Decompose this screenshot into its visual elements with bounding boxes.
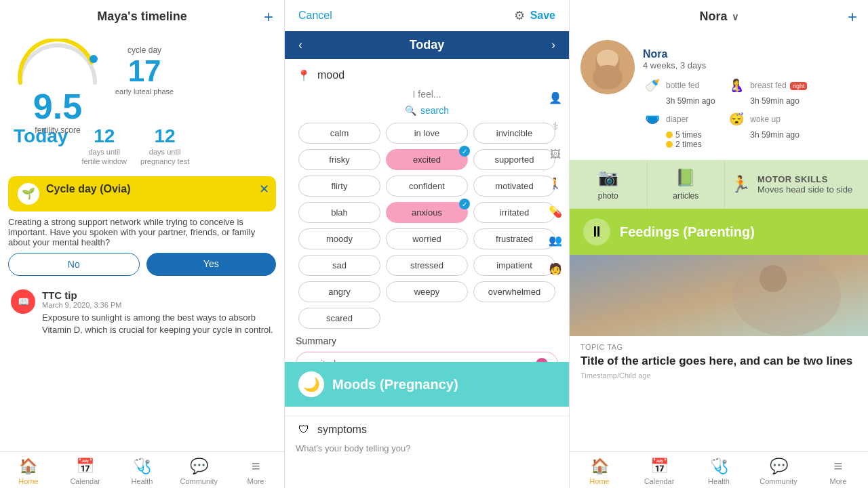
cycle-tip-yes-button[interactable]: Yes [146, 253, 277, 276]
right-more-icon: ≡ [834, 458, 843, 475]
baby-info-card: Nora 4 weeks, 3 days 🍼 bottle fed 3h 59m… [570, 33, 868, 156]
left-nav-more[interactable]: ≡ More [227, 452, 284, 488]
feedings-icon-glyph: ⏸ [589, 223, 604, 241]
right-nav-more[interactable]: ≡ More [808, 452, 868, 488]
ttc-tip-card: 📖 TTC tip March 9, 2020, 3:36 PM Exposur… [0, 283, 284, 343]
date-nav: ‹ Today › [285, 31, 569, 59]
ttc-title: TTC tip [42, 289, 273, 301]
mood-tag-frisky[interactable]: frisky [298, 149, 380, 170]
stats-row: 9.5 fertility score cycle day 17 early l… [0, 33, 284, 121]
bottle-fed-item: 🍼 bottle fed 3h 59min ago [643, 76, 723, 106]
svg-point-7 [760, 265, 787, 292]
right-title-text: Nora [699, 9, 727, 24]
diaper-label: diaper [666, 115, 688, 124]
topic-tag: TOPIC TAG [580, 343, 857, 351]
date-prev-button[interactable]: ‹ [298, 38, 302, 52]
right-nav-home[interactable]: 🏠 Home [570, 452, 629, 488]
article-title[interactable]: Title of the article goes here, and can … [580, 354, 857, 369]
right-nav-calendar[interactable]: 📅 Calendar [629, 452, 689, 488]
diaper-item: 🩲 diaper 5 times 2 times [643, 110, 723, 149]
fertility-score-container: 9.5 fertility score [14, 39, 102, 113]
mood-tag-moody[interactable]: moody [298, 228, 380, 249]
left-top-bar: Maya's timeline + [0, 0, 284, 33]
save-button[interactable]: Save [530, 9, 555, 22]
side-icon-people[interactable]: 👥 [546, 230, 565, 249]
date-next-button[interactable]: › [551, 38, 555, 52]
side-icon-walk[interactable]: 🚶 [546, 174, 565, 192]
more-icon: ≡ [252, 458, 260, 475]
feel-placeholder: I feel... [296, 89, 558, 100]
diaper-dirty-row: 2 times [666, 140, 702, 149]
cycle-day-number: 17 [115, 56, 174, 86]
mood-header: 📍 mood [296, 67, 558, 83]
left-nav-calendar[interactable]: 📅 Calendar [57, 452, 114, 488]
feedings-icon: ⏸ [583, 218, 610, 245]
mood-tag-supported[interactable]: supported [473, 149, 555, 170]
mood-tag-scared[interactable]: scared [298, 308, 380, 329]
side-icon-image[interactable]: 🖼 [546, 145, 565, 164]
date-title: Today [410, 38, 445, 52]
baby-avatar [580, 40, 635, 94]
mood-tag-stressed[interactable]: stressed [386, 255, 468, 276]
motor-skills-tile[interactable]: 🏃 MOTOR SKILLS Moves head side to side [725, 160, 868, 209]
left-add-button[interactable]: + [264, 7, 273, 26]
camera-icon: 📷 [598, 168, 618, 187]
calendar-icon: 📅 [76, 458, 94, 475]
left-nav-community[interactable]: 💬 Community [170, 452, 227, 488]
left-nav-home-label: Home [18, 477, 38, 485]
chevron-down-icon[interactable]: ∨ [732, 12, 738, 22]
right-add-button[interactable]: + [848, 7, 857, 26]
breast-fed-value: 3h 59min ago [727, 96, 800, 106]
mood-tag-in-love[interactable]: in love [386, 123, 468, 144]
right-nav-health[interactable]: 🩺 Health [689, 452, 749, 488]
articles-tile[interactable]: 📗 articles [648, 160, 726, 209]
side-icons: 👤 ⚕ 🖼 🚶 💊 👥 🧑 [546, 88, 565, 278]
mood-tag-blah[interactable]: blah [298, 202, 380, 223]
mood-tag-invincible[interactable]: invincible [473, 123, 555, 144]
left-nav-health[interactable]: 🩺 Health [114, 452, 171, 488]
mood-tag-impatient[interactable]: impatient [473, 255, 555, 276]
photo-tile[interactable]: 📷 photo [570, 160, 648, 209]
mood-tag-anxious[interactable]: anxious ✓ [386, 202, 468, 223]
mood-tag-excited[interactable]: excited ✓ [386, 149, 468, 170]
mood-tag-angry[interactable]: angry [298, 281, 380, 302]
save-area: ⚙ Save [514, 8, 555, 23]
fertility-arc-svg [14, 39, 102, 86]
mood-tag-flirty[interactable]: flirty [298, 176, 380, 197]
cycle-tip-no-button[interactable]: No [8, 253, 140, 276]
baby-name: Nora [643, 48, 807, 60]
days-fertile-label: days untilfertile window [81, 147, 127, 167]
settings-icon[interactable]: ⚙ [514, 8, 525, 23]
mood-tag-frustrated[interactable]: frustrated [473, 228, 555, 249]
side-icon-medical[interactable]: ⚕ [546, 117, 565, 136]
photo-label: photo [598, 191, 618, 201]
right-badge: right [790, 82, 808, 90]
mood-tag-motivated[interactable]: motivated [473, 176, 555, 197]
mood-search-bar[interactable]: 🔍 search [296, 105, 558, 116]
mood-tag-irritated[interactable]: irritated [473, 202, 555, 223]
side-icon-head[interactable]: 👤 [546, 88, 565, 107]
articles-icon: 📗 [675, 168, 696, 187]
cycle-tip-close-button[interactable]: ✕ [259, 182, 269, 197]
mood-tag-overwhelmed[interactable]: overwhelmed [473, 281, 555, 302]
mood-tag-worried[interactable]: worried [386, 228, 468, 249]
side-icon-pill[interactable]: 💊 [546, 202, 565, 221]
side-icon-person-add[interactable]: 🧑 [546, 259, 565, 278]
right-nav-calendar-label: Calendar [644, 477, 675, 485]
fertility-score-number: 9.5 [14, 89, 102, 124]
mood-tag-confident[interactable]: confident [386, 176, 468, 197]
feedings-banner[interactable]: ⏸ Feedings (Parenting) [570, 209, 868, 255]
mood-tag-sad[interactable]: sad [298, 255, 380, 276]
cycle-tip-icon: 🌱 [18, 183, 39, 205]
cycle-day-label: cycle day [115, 45, 174, 55]
cycle-tip-banner-wrapper: 🌱 Cycle day (Ovia) ✕ Creating a strong s… [0, 171, 284, 283]
cancel-button[interactable]: Cancel [298, 9, 332, 22]
days-pregnancy-block: 12 days untilpregnancy test [140, 125, 189, 167]
left-nav-home[interactable]: 🏠 Home [0, 452, 57, 488]
mood-section: 📍 mood I feel... 🔍 search calm in love i… [285, 59, 569, 329]
mood-tag-calm[interactable]: calm [298, 123, 380, 144]
mood-tag-weepy[interactable]: weepy [386, 281, 468, 302]
motor-skills-title: MOTOR SKILLS [757, 174, 852, 184]
right-nav-community[interactable]: 💬 Community [749, 452, 808, 488]
moods-pregnancy-banner[interactable]: 🌙 Moods (Pregnancy) [285, 362, 569, 407]
